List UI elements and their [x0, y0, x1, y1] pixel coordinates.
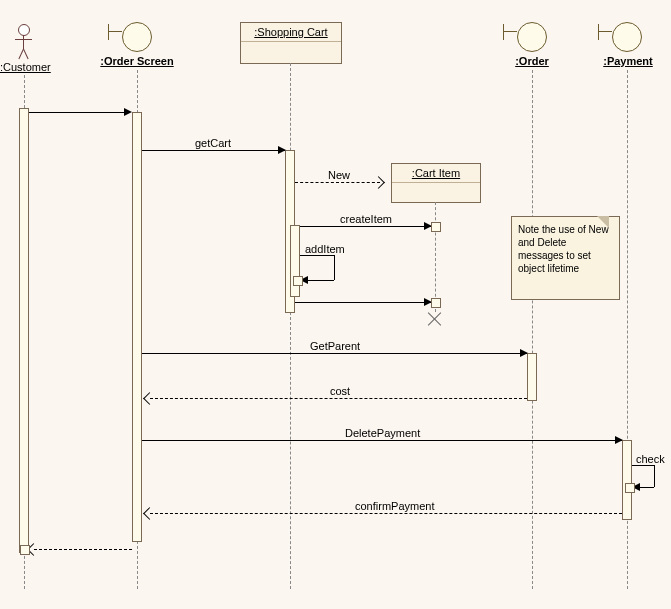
cart-item-lifeline	[435, 202, 436, 312]
msg-check-out	[632, 465, 654, 466]
boundary-stem	[598, 24, 599, 40]
msg-getcart-label: getCart	[195, 137, 231, 149]
boundary-icon	[612, 22, 642, 52]
cart-item-exec-2	[431, 298, 441, 308]
sequence-diagram: :Customer :Order Screen :Shopping Cart :…	[0, 0, 671, 609]
note-text: Note the use of New and Delete messages …	[518, 224, 609, 274]
order-activation	[527, 353, 537, 401]
payment-activation	[622, 440, 632, 520]
customer-activation	[19, 108, 29, 553]
msg-cost-label: cost	[330, 385, 350, 397]
customer-return-exec	[20, 545, 30, 555]
arrow-icon	[278, 146, 286, 154]
shopping-cart-activation-2	[290, 225, 300, 297]
msg-getcart	[142, 150, 285, 151]
boundary-bar	[503, 31, 517, 32]
msg-check-down	[654, 465, 655, 487]
check-exec	[625, 483, 635, 493]
arrow-open-icon	[143, 392, 156, 405]
msg-getparent-label: GetParent	[310, 340, 360, 352]
cart-item-label: :Cart Item	[392, 164, 480, 183]
msg-deletepayment-label: DeletePayment	[345, 427, 420, 439]
note: Note the use of New and Delete messages …	[511, 216, 620, 300]
msg-confirmpayment	[150, 513, 622, 514]
note-fold-icon	[597, 216, 609, 228]
order-label: :Order	[512, 55, 552, 67]
msg-deletepayment	[142, 440, 622, 441]
arrow-icon	[615, 436, 623, 444]
msg-createitem-label: createItem	[340, 213, 392, 225]
boundary-bar	[108, 31, 122, 32]
destroy-icon	[428, 312, 442, 326]
actor-leg-r	[23, 49, 29, 59]
actor-icon	[18, 24, 30, 36]
msg-new	[295, 182, 380, 183]
boundary-stem	[108, 24, 109, 40]
arrow-open-icon	[143, 507, 156, 520]
actor-body	[23, 35, 24, 49]
msg-check-label: check	[636, 453, 665, 465]
shopping-cart-object: :Shopping Cart	[240, 22, 342, 64]
boundary-icon	[122, 22, 152, 52]
shopping-cart-lifeline	[290, 63, 291, 589]
msg-init	[29, 112, 129, 113]
additem-exec	[293, 276, 303, 286]
msg-createitem	[300, 226, 431, 227]
msg-new-label: New	[328, 169, 350, 181]
arrow-open-icon	[372, 176, 385, 189]
boundary-stem	[503, 24, 504, 40]
order-screen-label: :Order Screen	[100, 55, 174, 67]
msg-final-return	[34, 549, 132, 550]
arrow-icon	[124, 108, 132, 116]
msg-cost	[150, 398, 527, 399]
msg-additem-label: addItem	[305, 243, 345, 255]
arrow-icon	[520, 349, 528, 357]
boundary-bar	[598, 31, 612, 32]
payment-label: :Payment	[600, 55, 656, 67]
customer-label: :Customer	[0, 61, 48, 73]
msg-getparent	[142, 353, 527, 354]
actor-arms	[15, 39, 32, 40]
msg-confirmpayment-label: confirmPayment	[355, 500, 434, 512]
cart-item-object: :Cart Item	[391, 163, 481, 203]
msg-additem-down	[334, 255, 335, 280]
msg-additem-out	[300, 255, 334, 256]
cart-item-exec	[431, 222, 441, 232]
msg-delete-ci	[295, 302, 431, 303]
order-lifeline	[532, 70, 533, 589]
order-screen-activation	[132, 112, 142, 542]
boundary-icon	[517, 22, 547, 52]
shopping-cart-label: :Shopping Cart	[241, 23, 341, 42]
